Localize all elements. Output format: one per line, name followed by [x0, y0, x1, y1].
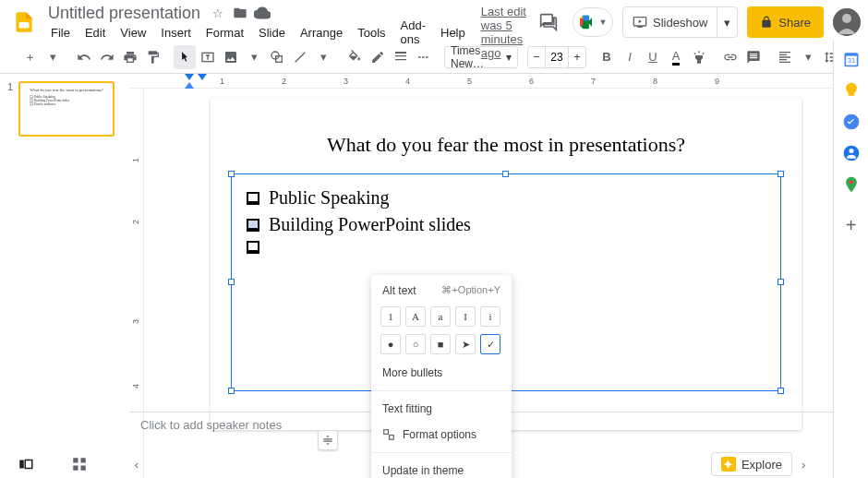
update-in-theme[interactable]: Update in theme [371, 458, 512, 478]
list-style-i[interactable]: i [480, 306, 500, 327]
contacts-addon[interactable] [842, 144, 861, 162]
font-size-input[interactable] [545, 47, 569, 67]
menu-file[interactable]: File [44, 24, 77, 42]
meet-button[interactable]: ▼ [573, 7, 613, 37]
resize-handle-mr[interactable] [778, 279, 784, 285]
tasks-addon[interactable] [842, 113, 861, 131]
resize-handle-ml[interactable] [228, 279, 235, 285]
font-size-increase[interactable]: + [569, 47, 585, 67]
paint-format-button[interactable] [142, 45, 164, 69]
line-tool[interactable] [289, 45, 311, 69]
list-style-1[interactable]: 1 [380, 306, 401, 327]
border-color-button[interactable] [367, 45, 389, 69]
svg-rect-7 [384, 430, 389, 435]
share-button[interactable]: Share [747, 6, 824, 38]
slideshow-dropdown[interactable]: ▾ [717, 7, 737, 37]
list-content[interactable]: Public Speaking Building PowerPoint slid… [232, 174, 780, 272]
italic-button[interactable]: I [619, 45, 641, 69]
resize-handle-tl[interactable] [228, 171, 235, 177]
filmstrip-view-button[interactable] [13, 452, 39, 476]
doc-title[interactable]: Untitled presentation [44, 4, 204, 23]
format-options[interactable]: Format options [371, 422, 512, 448]
list-style-A[interactable]: A [405, 306, 426, 327]
redo-button[interactable] [96, 45, 118, 69]
image-tool[interactable] [220, 45, 242, 69]
calendar-addon[interactable]: 31 [842, 50, 861, 68]
font-family-select[interactable]: Times New…▾ [444, 46, 518, 68]
fill-color-button[interactable] [344, 45, 366, 69]
move-icon[interactable] [232, 5, 248, 21]
resize-handle-tr[interactable] [778, 171, 784, 177]
menu-bar: File Edit View Insert Format Slide Arran… [44, 24, 534, 41]
undo-button[interactable] [73, 45, 95, 69]
align-button[interactable] [774, 45, 796, 69]
shape-tool[interactable] [266, 45, 288, 69]
highlight-button[interactable] [688, 45, 710, 69]
bullet-circle[interactable]: ○ [405, 334, 426, 354]
svg-text:31: 31 [847, 56, 854, 65]
underline-button[interactable]: U [642, 45, 664, 69]
text-color-button[interactable]: A [665, 45, 687, 69]
slideshow-button-group: Slideshow ▾ [622, 6, 738, 38]
border-weight-button[interactable] [390, 45, 412, 69]
more-bullets[interactable]: More bullets [371, 360, 512, 386]
grid-view-button[interactable] [66, 452, 92, 476]
menu-view[interactable]: View [114, 24, 152, 42]
svg-rect-0 [19, 22, 30, 29]
menu-help[interactable]: Help [434, 24, 472, 42]
nav-next[interactable]: › [802, 458, 820, 472]
bullet-square[interactable]: ■ [430, 334, 451, 354]
slideshow-button[interactable]: Slideshow [623, 7, 717, 37]
checkbox-bullet [247, 219, 259, 232]
cloud-status-icon[interactable] [254, 5, 271, 21]
slide-title[interactable]: What do you fear the most in presentatio… [211, 133, 802, 157]
explore-button[interactable]: ✦ Explore [711, 452, 792, 476]
keep-addon[interactable] [842, 81, 861, 100]
horizontal-ruler[interactable]: 1 2 3 4 5 6 7 8 9 [129, 74, 868, 89]
resize-handle-bl[interactable] [228, 388, 235, 394]
slide-thumbnail-1[interactable]: What do you fear the most in presentatio… [18, 81, 115, 137]
menu-arrange[interactable]: Arrange [294, 24, 349, 42]
textbox-tool[interactable] [197, 45, 219, 69]
svg-point-20 [849, 149, 853, 153]
resize-handle-tm[interactable] [502, 171, 509, 177]
nav-prev[interactable]: ‹ [124, 452, 150, 476]
menu-insert[interactable]: Insert [154, 24, 198, 42]
menu-addons[interactable]: Add-ons [394, 17, 432, 48]
align-dropdown[interactable]: ▾ [797, 45, 819, 69]
get-addons[interactable]: + [842, 216, 861, 234]
maps-addon[interactable] [842, 175, 861, 194]
menu-tools[interactable]: Tools [351, 24, 392, 42]
insert-comment-button[interactable] [742, 45, 765, 69]
menu-edit[interactable]: Edit [78, 24, 112, 42]
list-style-a[interactable]: a [430, 306, 451, 327]
bullet-disc[interactable]: ● [380, 334, 401, 354]
svg-rect-14 [81, 466, 86, 471]
slides-logo[interactable] [7, 6, 41, 39]
line-dropdown[interactable]: ▾ [312, 45, 334, 69]
new-slide-button[interactable]: ＋ [18, 45, 41, 69]
border-dash-button[interactable] [413, 45, 435, 69]
star-icon[interactable]: ☆ [210, 5, 226, 21]
bullet-arrow[interactable]: ➤ [455, 334, 476, 354]
header: Untitled presentation ☆ File Edit View I… [0, 0, 868, 41]
account-avatar[interactable] [833, 8, 861, 36]
comments-button[interactable] [534, 7, 563, 37]
print-button[interactable] [119, 45, 141, 69]
text-fitting[interactable]: Text fitting [371, 396, 512, 422]
resize-handle-br[interactable] [778, 388, 784, 394]
menu-slide[interactable]: Slide [252, 24, 292, 42]
image-dropdown[interactable]: ▾ [243, 45, 265, 69]
insert-link-button[interactable] [719, 45, 741, 69]
font-size-decrease[interactable]: − [528, 47, 545, 67]
bold-button[interactable]: B [596, 45, 618, 69]
bullet-check[interactable]: ✓ [480, 334, 500, 354]
svg-point-2 [842, 14, 851, 23]
new-slide-dropdown[interactable]: ▾ [42, 45, 64, 69]
list-style-I[interactable]: I [455, 306, 476, 327]
present-icon [633, 15, 647, 30]
cm-shortcut: ⌘+Option+Y [441, 284, 500, 297]
select-tool[interactable] [174, 45, 196, 69]
menu-format[interactable]: Format [199, 24, 250, 42]
cm-alt-text[interactable]: Alt text [382, 284, 416, 297]
